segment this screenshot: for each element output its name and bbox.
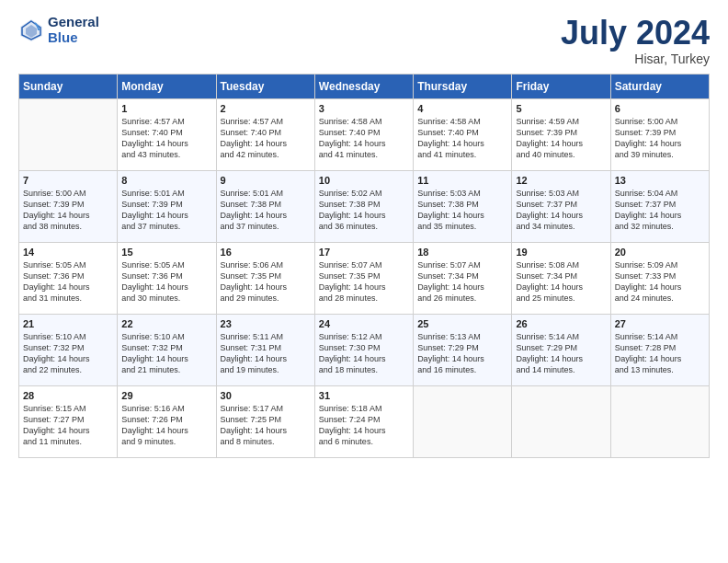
calendar-cell: 21Sunrise: 5:10 AM Sunset: 7:32 PM Dayli…: [19, 314, 118, 385]
calendar-cell: 26Sunrise: 5:14 AM Sunset: 7:29 PM Dayli…: [512, 314, 610, 385]
calendar-cell: 11Sunrise: 5:03 AM Sunset: 7:38 PM Dayli…: [414, 170, 512, 242]
day-number: 6: [615, 103, 705, 114]
day-number: 2: [221, 103, 311, 114]
day-number: 14: [23, 247, 113, 258]
cell-content: Sunrise: 4:57 AM Sunset: 7:40 PM Dayligh…: [221, 116, 311, 161]
cell-content: Sunrise: 5:05 AM Sunset: 7:36 PM Dayligh…: [121, 259, 211, 304]
header: General Blue July 2024 Hisar, Turkey: [18, 15, 710, 66]
day-number: 4: [417, 103, 507, 114]
day-number: 26: [516, 318, 606, 329]
cell-content: Sunrise: 4:58 AM Sunset: 7:40 PM Dayligh…: [417, 116, 507, 161]
calendar-cell: 15Sunrise: 5:05 AM Sunset: 7:36 PM Dayli…: [118, 242, 216, 314]
calendar-cell: 23Sunrise: 5:11 AM Sunset: 7:31 PM Dayli…: [216, 314, 314, 385]
day-number: 28: [23, 390, 113, 401]
cell-content: Sunrise: 5:14 AM Sunset: 7:29 PM Dayligh…: [516, 331, 606, 376]
calendar-cell: 28Sunrise: 5:15 AM Sunset: 7:27 PM Dayli…: [19, 385, 118, 457]
calendar-cell: 19Sunrise: 5:08 AM Sunset: 7:34 PM Dayli…: [512, 242, 610, 314]
month-title: July 2024: [561, 15, 710, 52]
calendar-cell: 17Sunrise: 5:07 AM Sunset: 7:35 PM Dayli…: [314, 242, 413, 314]
cell-content: Sunrise: 5:10 AM Sunset: 7:32 PM Dayligh…: [121, 331, 211, 376]
calendar-week-row: 1Sunrise: 4:57 AM Sunset: 7:40 PM Daylig…: [19, 98, 710, 170]
calendar-cell: 1Sunrise: 4:57 AM Sunset: 7:40 PM Daylig…: [118, 98, 216, 170]
calendar-cell: 2Sunrise: 4:57 AM Sunset: 7:40 PM Daylig…: [216, 98, 314, 170]
day-number: 15: [121, 247, 211, 258]
day-number: 11: [417, 175, 507, 186]
day-number: 7: [23, 175, 113, 186]
cell-content: Sunrise: 5:00 AM Sunset: 7:39 PM Dayligh…: [23, 188, 113, 233]
day-number: 8: [121, 175, 211, 186]
cell-content: Sunrise: 5:14 AM Sunset: 7:28 PM Dayligh…: [615, 331, 705, 376]
header-day-tuesday: Tuesday: [216, 74, 314, 98]
day-number: 10: [319, 175, 409, 186]
calendar-cell: 31Sunrise: 5:18 AM Sunset: 7:24 PM Dayli…: [314, 385, 413, 457]
day-number: 9: [221, 175, 311, 186]
cell-content: Sunrise: 5:04 AM Sunset: 7:37 PM Dayligh…: [615, 188, 705, 233]
calendar-cell: 16Sunrise: 5:06 AM Sunset: 7:35 PM Dayli…: [216, 242, 314, 314]
calendar-cell: [19, 98, 118, 170]
day-number: 17: [319, 247, 409, 258]
day-number: 27: [615, 318, 705, 329]
header-day-saturday: Saturday: [610, 74, 709, 98]
day-number: 1: [121, 103, 211, 114]
calendar-cell: 30Sunrise: 5:17 AM Sunset: 7:25 PM Dayli…: [216, 385, 314, 457]
cell-content: Sunrise: 5:07 AM Sunset: 7:35 PM Dayligh…: [319, 259, 409, 304]
page: General Blue July 2024 Hisar, Turkey Sun…: [0, 0, 728, 563]
cell-content: Sunrise: 5:03 AM Sunset: 7:37 PM Dayligh…: [516, 188, 606, 233]
calendar-week-row: 14Sunrise: 5:05 AM Sunset: 7:36 PM Dayli…: [19, 242, 710, 314]
calendar-cell: 22Sunrise: 5:10 AM Sunset: 7:32 PM Dayli…: [118, 314, 216, 385]
logo-text: General Blue: [48, 15, 99, 45]
location-subtitle: Hisar, Turkey: [561, 52, 710, 66]
header-day-monday: Monday: [118, 74, 216, 98]
calendar-cell: 27Sunrise: 5:14 AM Sunset: 7:28 PM Dayli…: [610, 314, 709, 385]
logo-icon: [18, 17, 44, 43]
calendar-cell: 7Sunrise: 5:00 AM Sunset: 7:39 PM Daylig…: [19, 170, 118, 242]
cell-content: Sunrise: 5:02 AM Sunset: 7:38 PM Dayligh…: [319, 188, 409, 233]
day-number: 22: [121, 318, 211, 329]
calendar-cell: 5Sunrise: 4:59 AM Sunset: 7:39 PM Daylig…: [512, 98, 610, 170]
calendar-cell: 8Sunrise: 5:01 AM Sunset: 7:39 PM Daylig…: [118, 170, 216, 242]
cell-content: Sunrise: 5:10 AM Sunset: 7:32 PM Dayligh…: [23, 331, 113, 376]
header-day-wednesday: Wednesday: [314, 74, 413, 98]
cell-content: Sunrise: 5:05 AM Sunset: 7:36 PM Dayligh…: [23, 259, 113, 304]
calendar-cell: [512, 385, 610, 457]
calendar-week-row: 21Sunrise: 5:10 AM Sunset: 7:32 PM Dayli…: [19, 314, 710, 385]
cell-content: Sunrise: 4:59 AM Sunset: 7:39 PM Dayligh…: [516, 116, 606, 161]
calendar-cell: 25Sunrise: 5:13 AM Sunset: 7:29 PM Dayli…: [414, 314, 512, 385]
cell-content: Sunrise: 5:11 AM Sunset: 7:31 PM Dayligh…: [221, 331, 311, 376]
calendar-cell: [414, 385, 512, 457]
calendar-cell: 3Sunrise: 4:58 AM Sunset: 7:40 PM Daylig…: [314, 98, 413, 170]
cell-content: Sunrise: 5:00 AM Sunset: 7:39 PM Dayligh…: [615, 116, 705, 161]
cell-content: Sunrise: 5:13 AM Sunset: 7:29 PM Dayligh…: [417, 331, 507, 376]
cell-content: Sunrise: 5:09 AM Sunset: 7:33 PM Dayligh…: [615, 259, 705, 304]
calendar-cell: [610, 385, 709, 457]
day-number: 25: [417, 318, 507, 329]
day-number: 13: [615, 175, 705, 186]
cell-content: Sunrise: 5:15 AM Sunset: 7:27 PM Dayligh…: [23, 403, 113, 448]
title-block: July 2024 Hisar, Turkey: [561, 15, 710, 66]
calendar-cell: 12Sunrise: 5:03 AM Sunset: 7:37 PM Dayli…: [512, 170, 610, 242]
day-number: 12: [516, 175, 606, 186]
cell-content: Sunrise: 5:01 AM Sunset: 7:39 PM Dayligh…: [121, 188, 211, 233]
cell-content: Sunrise: 5:17 AM Sunset: 7:25 PM Dayligh…: [221, 403, 311, 448]
header-day-sunday: Sunday: [19, 74, 118, 98]
cell-content: Sunrise: 5:08 AM Sunset: 7:34 PM Dayligh…: [516, 259, 606, 304]
calendar-cell: 10Sunrise: 5:02 AM Sunset: 7:38 PM Dayli…: [314, 170, 413, 242]
header-day-friday: Friday: [512, 74, 610, 98]
day-number: 24: [319, 318, 409, 329]
logo: General Blue: [18, 15, 99, 45]
calendar-week-row: 7Sunrise: 5:00 AM Sunset: 7:39 PM Daylig…: [19, 170, 710, 242]
calendar-cell: 18Sunrise: 5:07 AM Sunset: 7:34 PM Dayli…: [414, 242, 512, 314]
cell-content: Sunrise: 4:58 AM Sunset: 7:40 PM Dayligh…: [319, 116, 409, 161]
day-number: 30: [221, 390, 311, 401]
calendar-table: SundayMondayTuesdayWednesdayThursdayFrid…: [18, 74, 710, 458]
cell-content: Sunrise: 5:12 AM Sunset: 7:30 PM Dayligh…: [319, 331, 409, 376]
calendar-cell: 20Sunrise: 5:09 AM Sunset: 7:33 PM Dayli…: [610, 242, 709, 314]
day-number: 16: [221, 247, 311, 258]
calendar-cell: 9Sunrise: 5:01 AM Sunset: 7:38 PM Daylig…: [216, 170, 314, 242]
day-number: 5: [516, 103, 606, 114]
cell-content: Sunrise: 5:07 AM Sunset: 7:34 PM Dayligh…: [417, 259, 507, 304]
day-number: 18: [417, 247, 507, 258]
calendar-cell: 13Sunrise: 5:04 AM Sunset: 7:37 PM Dayli…: [610, 170, 709, 242]
cell-content: Sunrise: 5:03 AM Sunset: 7:38 PM Dayligh…: [417, 188, 507, 233]
day-number: 20: [615, 247, 705, 258]
